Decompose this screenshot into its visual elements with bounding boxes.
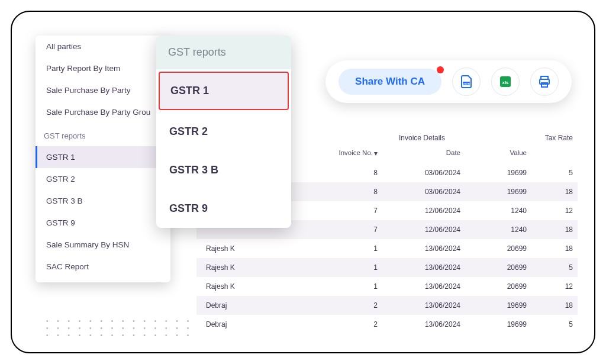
table-row[interactable]: Debraj213/06/2024196995 bbox=[196, 315, 578, 334]
cell-value: 19699 bbox=[465, 188, 531, 196]
cell-invoice-no: 8 bbox=[325, 169, 382, 177]
sidebar-item[interactable]: Party Report By Item bbox=[36, 57, 170, 79]
cell-invoice-no: 7 bbox=[325, 226, 382, 234]
cell-name: Rajesh K bbox=[196, 244, 325, 253]
cell-name: Rajesh K bbox=[196, 282, 325, 291]
cell-date: 13/06/2024 bbox=[382, 301, 465, 310]
col-date[interactable]: Date bbox=[382, 149, 465, 157]
sidebar: All parties Party Report By Item Sale Pu… bbox=[36, 36, 170, 282]
cell-name: Rajesh K bbox=[196, 263, 325, 272]
sidebar-item[interactable]: Sale Purchase By Party Grou bbox=[36, 101, 170, 123]
cell-value: 20699 bbox=[465, 244, 531, 253]
sidebar-item[interactable]: All parties bbox=[36, 36, 170, 57]
popup-title: GST reports bbox=[156, 36, 291, 69]
cell-value: 20699 bbox=[465, 282, 531, 291]
col-invoice-no[interactable]: Invoice No.▾ bbox=[325, 149, 382, 157]
col-value[interactable]: Value bbox=[465, 149, 531, 157]
app-frame: All parties Party Report By Item Sale Pu… bbox=[11, 11, 595, 353]
cell-invoice-no: 2 bbox=[325, 320, 382, 328]
cell-value: 1240 bbox=[465, 207, 531, 215]
notification-dot-icon bbox=[437, 66, 444, 73]
svg-text:xls: xls bbox=[502, 80, 509, 85]
cell-invoice-no: 7 bbox=[325, 207, 382, 215]
popup-item-gstr3b[interactable]: GSTR 3 B bbox=[156, 151, 291, 189]
cell-invoice-no: 1 bbox=[325, 263, 382, 272]
cell-name: Debraj bbox=[196, 320, 325, 328]
cell-tax: 18 bbox=[531, 244, 578, 253]
cell-invoice-no: 2 bbox=[325, 301, 382, 310]
super-header-tax: Tax Rate bbox=[518, 134, 578, 142]
cell-date: 13/06/2024 bbox=[382, 263, 465, 272]
table-row[interactable]: Rajesh K113/06/20242069918 bbox=[196, 239, 578, 258]
toolbar: Share With CA JSON xls bbox=[325, 60, 572, 103]
cell-date: 13/06/2024 bbox=[382, 282, 465, 291]
popup-item-gstr1[interactable]: GSTR 1 bbox=[159, 72, 289, 110]
cell-name: Debraj bbox=[196, 301, 325, 310]
super-header-invoice: Invoice Details bbox=[325, 134, 518, 142]
cell-value: 20699 bbox=[465, 263, 531, 272]
cell-invoice-no: 1 bbox=[325, 244, 382, 253]
svg-text:JSON: JSON bbox=[463, 82, 469, 85]
cell-invoice-no: 8 bbox=[325, 188, 382, 196]
export-json-button[interactable]: JSON bbox=[452, 67, 481, 96]
cell-tax: 5 bbox=[531, 320, 578, 328]
cell-date: 13/06/2024 bbox=[382, 320, 465, 328]
sort-desc-icon: ▾ bbox=[374, 149, 378, 157]
cell-tax: 5 bbox=[531, 169, 578, 177]
table-row[interactable]: Rajesh K113/06/20242069912 bbox=[196, 277, 578, 296]
cell-invoice-no: 1 bbox=[325, 282, 382, 291]
cell-date: 03/06/2024 bbox=[382, 188, 465, 196]
share-with-ca-button[interactable]: Share With CA bbox=[339, 69, 441, 95]
share-label: Share With CA bbox=[355, 76, 425, 87]
sidebar-item-hsn[interactable]: Sale Summary By HSN bbox=[36, 234, 170, 256]
json-file-icon: JSON bbox=[459, 75, 473, 89]
cell-tax: 5 bbox=[531, 263, 578, 272]
cell-value: 19699 bbox=[465, 320, 531, 328]
cell-date: 12/06/2024 bbox=[382, 226, 465, 234]
export-xls-button[interactable]: xls bbox=[491, 67, 520, 96]
sidebar-section-header: GST reports bbox=[36, 123, 170, 146]
sidebar-item-gstr1[interactable]: GSTR 1 bbox=[36, 146, 170, 168]
sidebar-item-gstr9[interactable]: GSTR 9 bbox=[36, 212, 170, 234]
xls-file-icon: xls bbox=[498, 75, 512, 89]
cell-tax: 18 bbox=[531, 226, 578, 234]
col-label: Invoice No. bbox=[339, 149, 373, 156]
sidebar-item-gstr3b[interactable]: GSTR 3 B bbox=[36, 190, 170, 212]
cell-date: 03/06/2024 bbox=[382, 169, 465, 177]
table-row[interactable]: Rajesh K113/06/2024206995 bbox=[196, 258, 578, 277]
popup-item-gstr2[interactable]: GSTR 2 bbox=[156, 112, 291, 151]
popup-item-gstr9[interactable]: GSTR 9 bbox=[156, 189, 291, 228]
cell-tax: 18 bbox=[531, 188, 578, 196]
print-icon bbox=[537, 75, 552, 89]
print-button[interactable] bbox=[530, 67, 559, 96]
table-row[interactable]: Debraj213/06/20241969918 bbox=[196, 296, 578, 315]
decorative-dots: • • • • • • • • • • • • • •• • • • • • •… bbox=[46, 318, 192, 339]
sidebar-item-sac[interactable]: SAC Report bbox=[36, 256, 170, 278]
cell-tax: 12 bbox=[531, 282, 578, 291]
cell-tax: 12 bbox=[531, 207, 578, 215]
sidebar-item[interactable]: Sale Purchase By Party bbox=[36, 79, 170, 101]
gst-reports-popup: GST reports GSTR 1 GSTR 2 GSTR 3 B GSTR … bbox=[156, 36, 291, 228]
cell-value: 1240 bbox=[465, 226, 531, 234]
cell-date: 12/06/2024 bbox=[382, 207, 465, 215]
cell-tax: 18 bbox=[531, 301, 578, 310]
sidebar-item-gstr2[interactable]: GSTR 2 bbox=[36, 168, 170, 190]
cell-value: 19699 bbox=[465, 169, 531, 177]
cell-value: 19699 bbox=[465, 301, 531, 310]
cell-date: 13/06/2024 bbox=[382, 244, 465, 253]
